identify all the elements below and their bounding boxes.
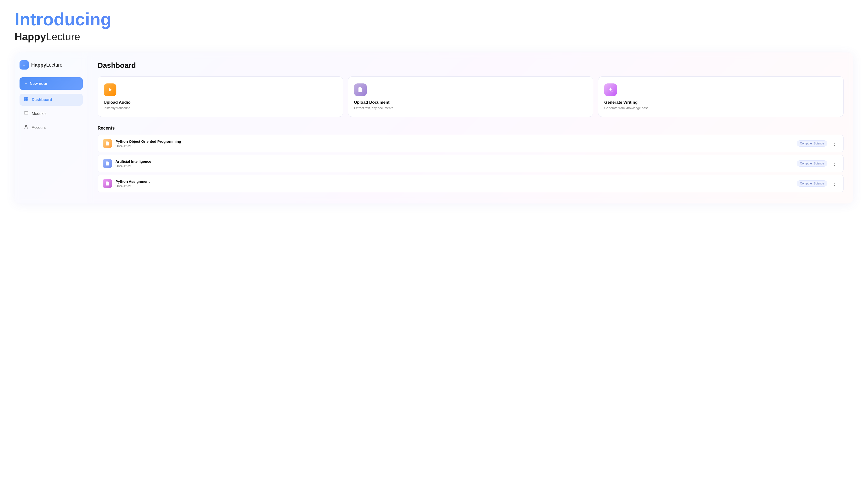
sidebar-item-dashboard[interactable]: Dashboard (20, 94, 83, 105)
dashboard-label: Dashboard (32, 98, 52, 102)
tag-badge-1: Computer Science (797, 140, 827, 147)
modules-label: Modules (32, 112, 46, 116)
upload-document-card[interactable]: Upload Document Extract text, any docume… (348, 77, 593, 117)
svg-rect-0 (24, 97, 26, 98)
svg-point-5 (25, 125, 27, 127)
tag-badge-3: Computer Science (797, 180, 827, 187)
generate-writing-card[interactable]: Generate Writing Generate from knowledge… (598, 77, 844, 117)
recent-right-3: Computer Science ⋮ (797, 180, 838, 187)
recent-right-1: Computer Science ⋮ (797, 140, 838, 147)
svg-marker-6 (109, 88, 112, 92)
dashboard-icon (24, 97, 29, 102)
modules-icon (24, 111, 29, 116)
recent-file-icon-1 (103, 139, 112, 148)
dashboard-title: Dashboard (98, 61, 844, 69)
action-cards: Upload Audio Instantly transcribe Upload… (98, 77, 844, 117)
generate-writing-title: Generate Writing (604, 100, 837, 105)
plus-icon: + (24, 81, 27, 86)
account-icon (24, 125, 29, 130)
recent-name-2: Artificial Intelligence (116, 159, 793, 163)
sidebar: ≡ HappyLecture + New note Dashboard (14, 53, 88, 204)
upload-document-icon-wrap (354, 84, 367, 96)
more-button-1[interactable]: ⋮ (831, 141, 838, 146)
sidebar-logo: ≡ HappyLecture (20, 60, 83, 69)
svg-rect-1 (27, 97, 28, 98)
upload-audio-card[interactable]: Upload Audio Instantly transcribe (98, 77, 343, 117)
svg-rect-2 (24, 99, 26, 101)
recent-info-2: Artificial Intelligence 2024-12-21 (116, 159, 793, 168)
recent-date-3: 2024-12-21 (116, 184, 793, 188)
sidebar-item-modules[interactable]: Modules (20, 108, 83, 120)
upload-document-subtitle: Extract text, any documents (354, 106, 587, 110)
introducing-title: Introducing (14, 10, 854, 29)
recent-right-2: Computer Science ⋮ (797, 160, 838, 166)
recent-name-3: Python Assignment (116, 179, 793, 183)
recent-name-1: Python Object Oriented Programming (116, 139, 793, 144)
svg-point-7 (612, 91, 613, 92)
upload-document-title: Upload Document (354, 100, 587, 105)
svg-rect-3 (27, 99, 28, 101)
recent-item-1[interactable]: Python Object Oriented Programming 2024-… (98, 135, 844, 152)
more-button-3[interactable]: ⋮ (831, 181, 838, 186)
new-note-label: New note (30, 82, 47, 86)
new-note-button[interactable]: + New note (20, 78, 83, 90)
recents-title: Recents (98, 126, 844, 131)
recent-info-3: Python Assignment 2024-12-21 (116, 179, 793, 188)
upload-audio-title: Upload Audio (104, 100, 337, 105)
app-logo-text: HappyLecture (31, 62, 62, 68)
brand-bold: Happy (14, 31, 46, 42)
app-logo-icon: ≡ (20, 60, 29, 69)
recent-date-1: 2024-12-21 (116, 144, 793, 148)
recent-info-1: Python Object Oriented Programming 2024-… (116, 139, 793, 148)
hero-section: Introducing HappyLecture (14, 10, 854, 43)
app-container: ≡ HappyLecture + New note Dashboard (14, 53, 854, 204)
upload-audio-icon-wrap (104, 84, 116, 96)
recent-item-2[interactable]: Artificial Intelligence 2024-12-21 Compu… (98, 155, 844, 172)
sidebar-item-account[interactable]: Account (20, 122, 83, 133)
generate-writing-subtitle: Generate from knowledge base (604, 106, 837, 110)
recent-file-icon-3 (103, 179, 112, 188)
generate-writing-icon-wrap (604, 84, 617, 96)
recent-item-3[interactable]: Python Assignment 2024-12-21 Computer Sc… (98, 175, 844, 192)
recent-file-icon-2 (103, 159, 112, 168)
tag-badge-2: Computer Science (797, 160, 827, 166)
brand-name: HappyLecture (14, 31, 854, 43)
logo-bold: Happy (31, 62, 46, 68)
upload-audio-subtitle: Instantly transcribe (104, 106, 337, 110)
account-label: Account (32, 125, 46, 130)
logo-light: Lecture (46, 62, 62, 68)
more-button-2[interactable]: ⋮ (831, 160, 838, 166)
recent-date-2: 2024-12-21 (116, 164, 793, 168)
main-content: Dashboard Upload Audio Instantly transcr… (88, 53, 854, 204)
brand-light: Lecture (46, 31, 80, 42)
